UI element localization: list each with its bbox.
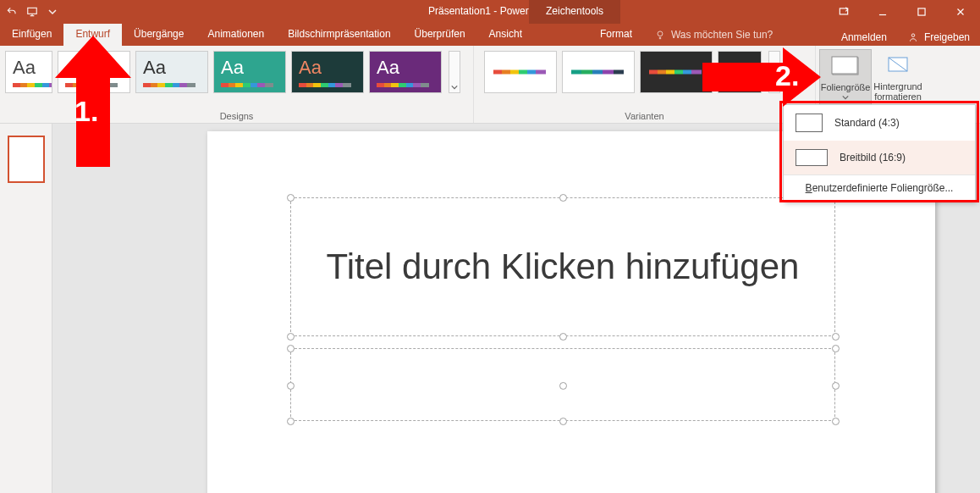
selection-handle[interactable] <box>832 333 840 341</box>
svg-rect-2 <box>918 8 925 15</box>
maximize-icon[interactable] <box>902 0 941 24</box>
slide-thumbnail-pane[interactable] <box>0 124 52 493</box>
selection-handle[interactable] <box>559 333 567 341</box>
variant-thumb[interactable] <box>562 51 635 93</box>
svg-rect-0 <box>28 8 37 14</box>
svg-rect-6 <box>832 57 857 74</box>
theme-thumb[interactable]: Aa <box>135 51 208 93</box>
minimize-icon[interactable] <box>863 0 902 24</box>
svg-rect-1 <box>840 8 847 14</box>
tab-bildschirmpraesentation[interactable]: Bildschirmpräsentation <box>276 24 402 46</box>
selection-handle[interactable] <box>287 194 295 202</box>
close-icon[interactable] <box>941 0 980 24</box>
theme-thumb[interactable]: Aa <box>213 51 286 93</box>
svg-point-4 <box>911 33 915 36</box>
ribbon-group-designs: Aa Aa Aa Aa Aa Aa Designs <box>0 46 474 123</box>
title-placeholder[interactable]: Titel durch Klicken hinzufügen <box>290 197 835 336</box>
slide-thumbnail-1[interactable] <box>8 136 45 183</box>
slide-size-custom[interactable]: Benutzerdefinierte Foliengröße... <box>784 175 975 201</box>
lightbulb-icon <box>654 29 666 41</box>
variant-thumb[interactable] <box>640 51 713 93</box>
selection-handle[interactable] <box>559 382 567 390</box>
group-label-designs: Designs <box>0 111 473 121</box>
svg-point-3 <box>658 31 663 36</box>
tell-me-placeholder: Was möchten Sie tun? <box>671 29 773 41</box>
tab-ansicht[interactable]: Ansicht <box>477 24 534 46</box>
slide-size-dropdown: Standard (4:3) Breitbild (16:9) Benutzer… <box>783 104 976 202</box>
tab-entwurf[interactable]: Entwurf <box>63 24 122 46</box>
variant-thumb[interactable] <box>718 51 762 93</box>
tab-animationen[interactable]: Animationen <box>195 24 276 46</box>
theme-thumb[interactable]: Aa <box>58 51 130 93</box>
title-bar: Präsentation1 - PowerPoint Zeichentools <box>0 0 980 24</box>
tabrow-right: Anmelden Freigeben <box>831 24 980 46</box>
variants-more-button[interactable] <box>768 51 780 93</box>
ribbon-group-variants: Varianten <box>474 46 816 123</box>
chevron-down-icon <box>842 94 849 101</box>
selection-handle[interactable] <box>287 333 295 341</box>
ribbon-display-options-icon[interactable] <box>824 0 863 24</box>
qat-more-icon[interactable] <box>46 5 59 19</box>
theme-thumb[interactable]: Aa <box>5 51 52 93</box>
selection-handle[interactable] <box>832 382 840 390</box>
variant-thumb[interactable] <box>484 51 557 93</box>
share-icon <box>907 31 919 43</box>
group-label-variants: Varianten <box>474 111 815 121</box>
slide-size-widescreen[interactable]: Breitbild (16:9) <box>784 141 975 174</box>
share-button[interactable]: Freigeben <box>897 27 980 43</box>
aspect-16-9-icon <box>796 149 828 166</box>
theme-thumb[interactable]: Aa <box>291 51 364 93</box>
contextual-tab-zeichentools[interactable]: Zeichentools <box>529 0 620 24</box>
themes-more-button[interactable] <box>449 51 460 93</box>
tab-einfuegen[interactable]: Einfügen <box>0 24 63 46</box>
selection-handle[interactable] <box>559 194 567 202</box>
selection-handle[interactable] <box>287 418 295 425</box>
window-controls <box>824 0 980 24</box>
slide-size-icon <box>829 53 862 79</box>
start-slideshow-icon[interactable] <box>25 5 39 19</box>
ribbon-tabs: Einfügen Entwurf Übergänge Animationen B… <box>0 24 980 46</box>
tell-me-search[interactable]: Was möchten Sie tun? <box>644 24 831 46</box>
selection-handle[interactable] <box>559 418 567 425</box>
tab-format[interactable]: Format <box>588 24 644 46</box>
selection-handle[interactable] <box>287 345 295 352</box>
selection-handle[interactable] <box>287 382 295 390</box>
aspect-4-3-icon <box>796 114 823 132</box>
theme-thumb[interactable]: Aa <box>369 51 442 93</box>
slide-size-standard[interactable]: Standard (4:3) <box>784 105 975 141</box>
tab-ueberpruefen[interactable]: Überprüfen <box>403 24 477 46</box>
signin-button[interactable]: Anmelden <box>831 27 897 43</box>
format-background-icon <box>882 53 914 78</box>
selection-handle[interactable] <box>832 345 840 352</box>
undo-icon[interactable] <box>5 5 19 19</box>
quick-access-toolbar <box>0 5 59 19</box>
tab-uebergaenge[interactable]: Übergänge <box>122 24 195 46</box>
selection-handle[interactable] <box>832 418 840 425</box>
